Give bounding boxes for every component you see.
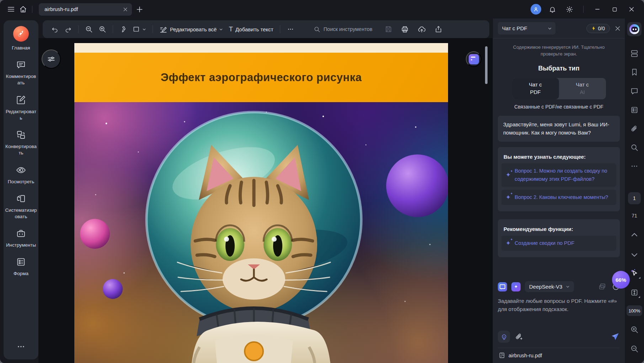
sliders-icon (47, 54, 56, 64)
sparkle-icon: ✦✦ (506, 194, 511, 200)
settings-gear-icon[interactable] (563, 3, 575, 15)
zoom-in-button[interactable] (96, 23, 109, 35)
undo-button[interactable] (48, 23, 62, 35)
sidebar-item-convert[interactable]: Конвертировать (5, 130, 37, 156)
tab-close-icon[interactable] (123, 7, 128, 12)
titlebar-divider (32, 6, 32, 13)
share-icon[interactable] (435, 25, 442, 33)
add-text-button[interactable]: T Добавить текст (226, 23, 276, 35)
comments-panel-icon[interactable] (630, 87, 639, 95)
edit-all-label: Редактировать всё (170, 26, 217, 32)
sidebar-item-label: Редактировать (5, 109, 37, 121)
sidebar-item-comment[interactable]: Комментировать (5, 59, 37, 86)
recommended-function-link[interactable]: ✦✦ Создание сводки по PDF (501, 236, 616, 251)
tool-search[interactable]: Поиск инструментов (314, 26, 372, 33)
sidebar-more-icon[interactable] (17, 342, 25, 356)
sidebar-item-tools[interactable]: Инструменты (5, 228, 37, 248)
chat-mode-label: Чат с PDF (502, 25, 527, 31)
slides-icon[interactable] (598, 283, 606, 291)
chat-with-pdf-panel: Чат с PDF 0/0 Содержимое генерируется ИИ… (493, 19, 625, 363)
thumbnails-panel-icon[interactable] (630, 49, 639, 58)
floating-ai-assistant-button[interactable] (466, 51, 481, 67)
print-icon[interactable] (401, 25, 409, 33)
next-page-icon[interactable] (630, 251, 639, 259)
chevron-down-icon (566, 285, 570, 289)
fields-panel-icon[interactable] (630, 106, 639, 114)
left-sidebar: Главная Комментировать Редактировать Кон… (4, 20, 38, 359)
sidebar-item-label: Форма (5, 270, 37, 277)
chat-input[interactable]: Задавайте любые вопросы о PDF. Нажмите «… (498, 297, 620, 321)
notifications-bell-icon[interactable] (546, 3, 558, 15)
user-avatar[interactable] (531, 4, 541, 15)
sidebar-item-form[interactable]: Форма (5, 257, 37, 277)
chat-type-caption: Связанные с PDF/не связанные с PDF (498, 104, 620, 110)
maximize-icon[interactable] (608, 3, 621, 15)
cloud-upload-icon[interactable] (417, 25, 426, 33)
current-page-box[interactable]: 1 (628, 192, 641, 204)
attach-file-button[interactable] (513, 331, 525, 343)
pdf-chat-app-icon[interactable] (498, 282, 507, 291)
save-icon[interactable] (384, 25, 392, 33)
zoom-level-box[interactable]: 100% (627, 305, 642, 316)
tool-search-placeholder: Поиск инструментов (324, 26, 372, 32)
convert-icon (16, 130, 26, 140)
add-text-label: Добавить текст (235, 26, 273, 32)
lumi-robot-icon (629, 24, 639, 34)
send-message-icon[interactable] (611, 332, 620, 341)
sidebar-item-organize[interactable]: Систематизировать (5, 193, 37, 220)
sidebar-item-home[interactable]: Главная (5, 26, 37, 51)
edit-all-button[interactable]: Редактировать всё (156, 23, 226, 36)
close-window-icon[interactable] (626, 3, 638, 15)
undo-icon (51, 26, 59, 33)
question-text: Вопрос 2. Каковы ключевые моменты? (515, 193, 608, 201)
close-panel-icon[interactable] (615, 26, 621, 31)
search-panel-icon[interactable] (630, 143, 639, 152)
zoom-out-page-icon[interactable] (630, 344, 639, 353)
edit-pen-icon (159, 25, 167, 33)
hamburger-menu-icon[interactable] (5, 3, 17, 15)
sidebar-item-view[interactable]: Посмотреть (5, 165, 37, 185)
zoom-in-page-icon[interactable] (630, 325, 639, 334)
page-display-settings-button[interactable] (42, 49, 61, 69)
zoom-in-icon (99, 25, 106, 33)
redo-icon (64, 26, 72, 33)
redo-button[interactable] (62, 23, 75, 35)
highlighter-icon (119, 26, 127, 33)
strip-more-icon[interactable] (630, 162, 638, 170)
toolbar-more-button[interactable] (284, 23, 297, 35)
ai-model-app-icon[interactable]: ✦ (511, 282, 521, 291)
prompt-ideas-button[interactable] (498, 331, 510, 343)
previous-page-icon[interactable] (630, 231, 639, 239)
quota-pill[interactable]: 0/0 (586, 24, 610, 33)
bookmarks-panel-icon[interactable] (630, 68, 639, 76)
tab-chat-with-ai[interactable]: Чат с AI (559, 78, 606, 100)
ai-select-cursor-button[interactable] (630, 268, 639, 278)
fit-page-button[interactable] (630, 288, 639, 297)
sidebar-item-edit[interactable]: Редактировать (5, 95, 37, 121)
suggested-questions-card: Вы можете узнать следующее: ✦✦ Вопрос 1.… (498, 147, 620, 212)
suggested-question-1[interactable]: ✦✦ Вопрос 1. Можно ли создать сводку по … (501, 163, 616, 187)
shape-tool-button[interactable] (130, 23, 149, 35)
astronaut-cat-image (74, 102, 448, 363)
pdf-page[interactable]: Эффект аэрографического рисунка (74, 43, 448, 363)
chat-mode-dropdown[interactable]: Чат с PDF (498, 22, 555, 35)
highlighter-button[interactable] (117, 23, 130, 35)
rocket-logo-icon (13, 26, 29, 42)
lumi-ai-assistant-button[interactable] (627, 22, 642, 36)
model-dropdown[interactable]: DeepSeek-V3 (525, 281, 574, 292)
home-icon[interactable] (17, 3, 29, 15)
new-tab-icon[interactable] (136, 6, 143, 13)
attached-file-bar[interactable]: airbrush-ru.pdf (498, 348, 620, 361)
zoom-out-button[interactable] (82, 23, 96, 35)
minimize-icon[interactable] (591, 3, 603, 15)
chat-input-section: ✦ DeepSeek-V3 Задавайте любые вопросы о … (493, 277, 625, 363)
attachments-panel-icon[interactable] (630, 125, 639, 133)
right-icon-strip: 1 71 100% (625, 19, 644, 363)
suggested-question-2[interactable]: ✦✦ Вопрос 2. Каковы ключевые моменты? (501, 190, 616, 205)
ai-usage-badge[interactable]: 66% (612, 271, 630, 289)
sidebar-item-label: Систематизировать (5, 207, 37, 220)
document-tab[interactable]: airbrush-ru.pdf (39, 3, 132, 16)
document-scrollbar[interactable] (485, 46, 488, 84)
tab-chat-with-pdf[interactable]: Чат с PDF (512, 78, 559, 100)
page-title: Эффект аэрографического рисунка (161, 71, 362, 84)
